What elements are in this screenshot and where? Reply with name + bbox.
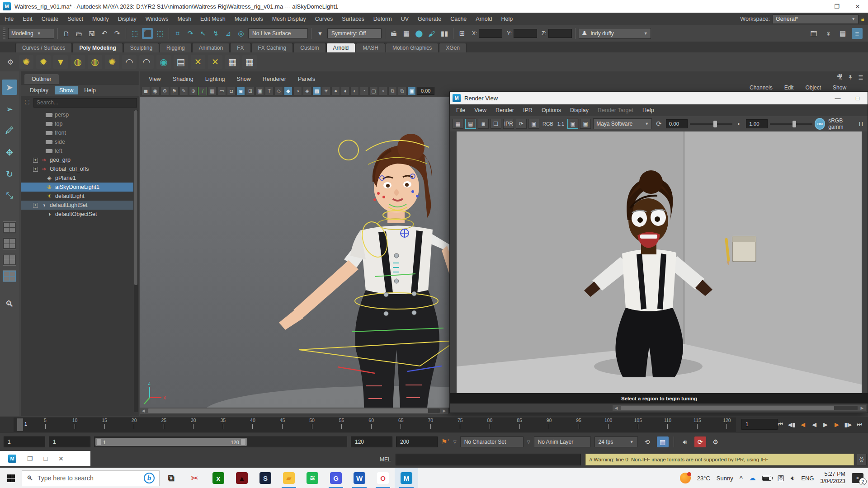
- open-scene-icon[interactable]: 🗁: [74, 28, 85, 39]
- shelf-tab[interactable]: FX: [230, 43, 250, 52]
- channel-box-menu-item[interactable]: Show: [833, 84, 846, 91]
- snap-grid-icon[interactable]: ⌗: [172, 28, 183, 39]
- render-view-menu-item[interactable]: Render: [491, 107, 519, 113]
- outliner-panel-tab[interactable]: Outliner: [24, 74, 59, 84]
- taskbar-app-word[interactable]: W: [348, 468, 371, 488]
- pause-viewport-icon[interactable]: ▮▮: [439, 28, 450, 39]
- outliner-menu-item[interactable]: Display: [25, 86, 53, 94]
- fps-dropdown[interactable]: 24 fps▼: [594, 436, 638, 447]
- menu-item[interactable]: Select: [63, 13, 88, 25]
- menu-item[interactable]: Edit Mesh: [196, 13, 230, 25]
- taskbar-app-file-explorer[interactable]: ▰: [277, 468, 301, 488]
- menu-item[interactable]: Cache: [446, 13, 471, 25]
- outliner-item[interactable]: + ➔ Global_ctrl_offs: [21, 164, 133, 174]
- render-view-menu-item[interactable]: View: [470, 107, 491, 113]
- taskbar-app-game-dragon[interactable]: ▲: [230, 468, 254, 488]
- make-live-icon[interactable]: ◎: [236, 28, 246, 39]
- render-view-toolbar-icon[interactable]: ◙: [478, 119, 489, 129]
- outliner-item[interactable]: left: [21, 146, 133, 155]
- undo-icon[interactable]: ↶: [99, 28, 110, 39]
- menu-item[interactable]: Display: [113, 13, 141, 25]
- viewport-toolbar-icon[interactable]: ◉: [151, 87, 160, 95]
- viewport-menu-item[interactable]: Shading: [167, 75, 199, 85]
- playback-start-field[interactable]: 1: [49, 436, 90, 447]
- expand-icon[interactable]: +: [33, 167, 38, 172]
- render-view-toolbar-icon[interactable]: ⟳: [516, 119, 527, 129]
- move-tool-icon[interactable]: ✥: [2, 145, 17, 160]
- animation-start-field[interactable]: 1: [4, 436, 45, 447]
- close-icon[interactable]: ✕: [847, 0, 868, 13]
- layout-outliner-persp-icon[interactable]: [3, 270, 16, 282]
- taskbar-app-opera[interactable]: O: [371, 468, 395, 488]
- outliner-item[interactable]: side: [21, 137, 133, 146]
- viewport-toolbar-icon[interactable]: ⌖: [379, 87, 387, 95]
- render-view-scrollbar[interactable]: ◀ ▶: [613, 405, 866, 411]
- snap-viewplane-icon[interactable]: ⊿: [223, 28, 234, 39]
- viewport-toolbar-icon[interactable]: /: [198, 87, 207, 95]
- minimize-icon[interactable]: —: [806, 0, 826, 13]
- drag-handle[interactable]: [3, 28, 5, 39]
- render-image-area[interactable]: [457, 131, 862, 393]
- scale-tool-icon[interactable]: ⤡: [2, 188, 17, 203]
- outliner-item[interactable]: + ➔ geo_grp: [21, 155, 133, 164]
- shelf-icon[interactable]: ▦: [242, 55, 257, 69]
- light-editor-icon[interactable]: 🖌︎: [426, 28, 437, 39]
- menu-item[interactable]: Arnold: [471, 13, 496, 25]
- shelf-icon[interactable]: ◍: [88, 55, 102, 69]
- shelf-icon[interactable]: ▼: [53, 55, 68, 69]
- shelf-tab[interactable]: FX Caching: [251, 43, 293, 52]
- viewport-menu-item[interactable]: View: [143, 75, 166, 85]
- shelf-tab[interactable]: XGen: [439, 43, 467, 52]
- outliner-item[interactable]: ⊕ aiSkyDomeLight1: [21, 183, 133, 192]
- playback-button[interactable]: ◀▮: [787, 418, 797, 430]
- viewport-menu-item[interactable]: Lighting: [200, 75, 231, 85]
- attribute-editor-icon[interactable]: ▤: [837, 28, 848, 39]
- viewport-toolbar-icon[interactable]: ◈: [303, 87, 311, 95]
- layout-single-pane-icon[interactable]: [3, 221, 16, 233]
- renderer-dropdown[interactable]: Maya Software▼: [593, 118, 652, 129]
- y-input[interactable]: [514, 29, 537, 38]
- viewport-horizontal-scrollbar[interactable]: ◀ ▶: [140, 408, 448, 414]
- scroll-right-icon[interactable]: ▶: [859, 406, 866, 410]
- render-view-menu-item[interactable]: File: [452, 107, 470, 113]
- battery-icon[interactable]: [762, 476, 771, 481]
- wifi-icon[interactable]: 🛜︎: [778, 474, 784, 482]
- snap-point-icon[interactable]: ↸: [198, 28, 208, 39]
- weather-sun-icon[interactable]: [680, 473, 691, 483]
- channel-box-icon[interactable]: ≡: [852, 28, 863, 39]
- menu-item[interactable]: Windows: [141, 13, 173, 25]
- viewport-toolbar-icon[interactable]: ●: [331, 87, 340, 95]
- menu-item[interactable]: Generate: [413, 13, 446, 25]
- language-indicator[interactable]: ENG: [801, 475, 814, 482]
- menu-item[interactable]: Help: [496, 13, 517, 25]
- playback-button[interactable]: ▶: [832, 418, 842, 430]
- outliner-item[interactable]: + ◑ defaultLightSet: [21, 201, 133, 210]
- shelf-icon[interactable]: ◠: [122, 55, 137, 69]
- z-input[interactable]: [548, 29, 572, 38]
- shelf-icon[interactable]: ◠: [139, 55, 154, 69]
- range-slider[interactable]: 1 120: [94, 436, 347, 447]
- shelf-tab[interactable]: Custom: [293, 43, 326, 52]
- shelf-tab[interactable]: Rigging: [160, 43, 192, 52]
- viewport-toolbar-icon[interactable]: ▩: [312, 87, 321, 95]
- evaluation-mode-icon[interactable]: ⚙: [710, 436, 722, 447]
- menu-item[interactable]: File: [0, 13, 18, 25]
- viewport-toolbar-icon[interactable]: ⊞: [246, 87, 255, 95]
- taskbar-app-maya[interactable]: M: [395, 468, 418, 488]
- bookmark-icon[interactable]: 🖈: [847, 74, 854, 81]
- chevron-down-icon[interactable]: ▽: [453, 440, 457, 444]
- current-time-marker[interactable]: [17, 418, 23, 431]
- exposure-slider[interactable]: [690, 123, 732, 125]
- menu-set-dropdown[interactable]: Modeling▼: [8, 28, 54, 39]
- gamma-slider[interactable]: [770, 123, 812, 125]
- viewport-toolbar-icon[interactable]: ◑: [293, 87, 302, 95]
- viewport-toolbar-icon[interactable]: ◘: [227, 87, 236, 95]
- viewport-toolbar-icon[interactable]: ◔: [360, 87, 368, 95]
- taskbar-app-steam[interactable]: S: [254, 468, 277, 488]
- outliner-menu-item[interactable]: Show: [55, 86, 78, 94]
- render-view-menu-item[interactable]: Render Target: [593, 107, 638, 113]
- menu-item[interactable]: Edit: [18, 13, 37, 25]
- onedrive-icon[interactable]: ☁: [749, 474, 756, 482]
- rotate-tool-icon[interactable]: ↻: [2, 166, 17, 182]
- mel-label[interactable]: MEL: [380, 456, 391, 463]
